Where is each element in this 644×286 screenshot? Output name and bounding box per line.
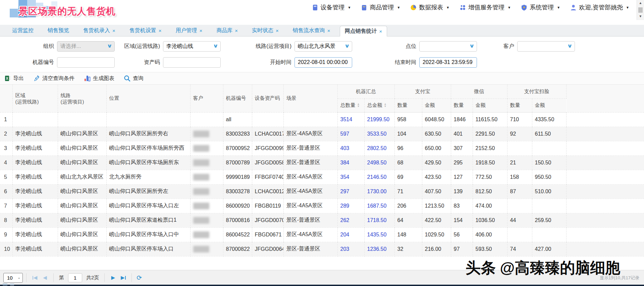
scroll-up-icon[interactable]: ▲ [637,1,644,5]
asset-code-input[interactable] [163,57,221,68]
table-row[interactable]: 9李沧崂山线崂山仰口风景区崂山仰口风景区停车场入口中86004522FBGD06… [0,227,644,242]
next-page-button[interactable]: ▶ [108,273,118,283]
column-header-wechat-qty[interactable]: 数量 [451,98,473,112]
cell-total-amt[interactable]: 2146.50 [364,170,394,184]
column-header-face-amt[interactable]: 金额 [532,98,566,112]
menu-user-welcome[interactable]: 欢迎,资管部姚尧 ▼ [570,3,629,11]
query-button[interactable]: 查询 [124,75,144,82]
menu-product-management[interactable]: 商品管理 ▼ [361,3,400,11]
column-header-face-qty[interactable]: 数量 [507,98,532,112]
page-size-select[interactable]: 10 ⌄ [3,273,23,283]
tab-machine-entry[interactable]: 售货机录入× [78,25,120,36]
cell-total-amt[interactable]: 1687.50 [364,199,394,213]
table-row[interactable]: 2李沧崂山线崂山仰口风景区崂山仰口风景区厕所旁右83003283LCHAC001… [0,127,644,141]
tab-product-library[interactable]: 商品库× [212,25,243,36]
column-header-asset-code[interactable]: 设备资产码 [252,85,283,112]
sort-icon[interactable]: ▲▼ [357,103,360,108]
column-header-total-qty[interactable]: 总数量▲▼ [337,98,364,112]
table-row[interactable]: 3李沧崂山线崂山仰口风景区崂山仰口风景区停车场厕所旁西87000952JFGGD… [0,141,644,155]
cell-total-amt[interactable]: 2498.50 [364,155,394,170]
column-header-region[interactable]: 区域(运营线路) [12,85,58,112]
close-icon[interactable]: × [200,28,203,33]
close-icon[interactable]: × [276,28,279,33]
end-time-input[interactable]: 2022-08-31 23:59:59 [419,57,477,68]
tab-realtime-status[interactable]: 实时状态× [247,25,283,36]
table-row[interactable]: 1all351421999.509586048.50184611615.5071… [0,112,644,127]
cell-total-qty[interactable]: 384 [337,155,364,170]
close-icon[interactable]: × [235,28,238,33]
close-icon[interactable]: × [327,28,330,33]
sort-icon[interactable]: ▲▼ [384,103,387,108]
column-header-total-amt[interactable]: 总金额▲▼ [364,98,394,112]
cell-alipay-qty: 71 [394,184,422,199]
menu-system-management[interactable]: 系统管理 ▼ [521,3,560,11]
clear-query-button[interactable]: 清空查询条件 [33,75,74,82]
scrollbar-thumb[interactable] [638,7,643,13]
cell-total-qty[interactable]: 597 [337,127,364,141]
top-menu: 设备管理 ▼ 商品管理 ▼ 数据报表 ▼ 增值服务管理 ▼ 系统管理 ▼ [312,3,629,11]
tab-operation-monitor[interactable]: 运营监控 [7,25,38,36]
cell-total-qty[interactable]: 289 [337,199,364,213]
cell-total-amt[interactable]: 1435.50 [364,227,394,242]
cell-total-amt[interactable]: 2802.50 [364,141,394,155]
column-header-customer[interactable]: 客户 [190,85,223,112]
close-icon[interactable]: × [159,28,162,33]
column-header-line[interactable]: 线路(运营项目) [58,85,106,112]
close-icon[interactable]: × [112,28,115,33]
line-select[interactable]: 崂山北九水风景 ∨ [294,41,352,52]
cell-total-qty[interactable]: 3514 [337,112,364,127]
scrollbar[interactable]: ▲ ▼ [637,0,644,20]
table-row[interactable]: 6李沧崂山线崂山仰口风景区崂山仰口风景区厕所旁左83003278LCHAC001… [0,184,644,199]
close-icon[interactable]: × [379,28,382,34]
tab-sales-flow-query[interactable]: 销售流水查询× [288,25,335,36]
table-row[interactable]: 5李沧崂山线崂山北九水风景区北九水厕所旁99990189FFBGF0740景区-… [0,170,644,184]
column-header-machine-no[interactable]: 机器编号 [223,85,252,112]
page-input[interactable]: 1 [68,273,82,282]
cell-total-qty[interactable]: 204 [337,227,364,242]
organization-select[interactable]: 请选择... ∨ [57,41,115,52]
last-page-button[interactable]: ▶ [118,273,128,283]
cell-total-amt[interactable]: 1730.00 [364,184,394,199]
cell-total-amt[interactable]: 1236.50 [364,242,394,256]
start-time-input[interactable]: 2022-08-01 00:00:00 [294,57,352,68]
scroll-down-icon[interactable]: ▼ [637,14,644,18]
tab-machine-settings[interactable]: 售货机设置× [125,25,166,36]
menu-value-added-services[interactable]: 增值服务管理 ▼ [460,3,511,11]
cell-asset-code: JFGGD0064 [252,242,283,256]
first-page-button[interactable]: ◀ [30,273,40,283]
cell-face-amt: 427.00 [532,242,566,256]
export-button[interactable]: X 导出 [5,75,24,82]
customer-select[interactable]: ∨ [517,41,575,52]
column-header-alipay-qty[interactable]: 数量 [394,98,422,112]
generate-chart-button[interactable]: 生成图表 [84,75,114,82]
prev-page-button[interactable]: ◀ [40,273,50,283]
cell-total-amt[interactable]: 1718.50 [364,213,394,227]
machine-no-input[interactable] [57,57,115,68]
column-header-location[interactable]: 位置 [106,85,190,112]
tab-outlet-sales-stats[interactable]: 网点销售统计× [340,26,387,37]
tab-user-management[interactable]: 用户管理× [171,25,207,36]
cell-asset-code: JFGGD0070 [252,213,283,227]
cell-total-amt[interactable]: 21999.50 [364,112,394,127]
tab-sales-preview[interactable]: 销售预览 [43,25,74,36]
table-row[interactable]: 10李沧崂山线崂山仰口风景区崂山仰口风景区停车场入口87000822JFGGD0… [0,242,644,256]
column-header-wechat-amt[interactable]: 金额 [473,98,507,112]
cell-total-qty[interactable]: 297 [337,184,364,199]
menu-data-reports[interactable]: 数据报表 ▼ [410,3,449,11]
cell-alipay-amt: 650.00 [422,141,451,155]
cell-total-qty[interactable]: 403 [337,141,364,155]
cell-total-qty[interactable]: 354 [337,170,364,184]
menu-device-management[interactable]: 设备管理 ▼ [312,3,351,11]
table-row[interactable]: 4李沧崂山线崂山仰口风景区崂山仰口风景区停车场厕所东87000789JFGGD0… [0,155,644,170]
refresh-button[interactable]: ⟳ [137,274,142,282]
cell-total-amt[interactable]: 3533.50 [364,127,394,141]
region-select[interactable]: 李沧崂山线 ∨ [163,41,221,52]
column-header-scene[interactable]: 场景 [283,85,337,112]
table-row[interactable]: 7李沧崂山线崂山仰口风景区崂山仰口风景区停车场入口左86000920FBGB01… [0,199,644,213]
cell-total-qty[interactable]: 262 [337,213,364,227]
cell-wechat-amt: 11615.50 [473,112,507,127]
cell-total-qty[interactable]: 203 [337,242,364,256]
table-row[interactable]: 8李沧崂山线崂山仰口风景区崂山仰口风景区索道检票口187000816JFGGD0… [0,213,644,227]
location-select[interactable]: ∨ [419,41,477,52]
column-header-alipay-amt[interactable]: 金额 [422,98,451,112]
